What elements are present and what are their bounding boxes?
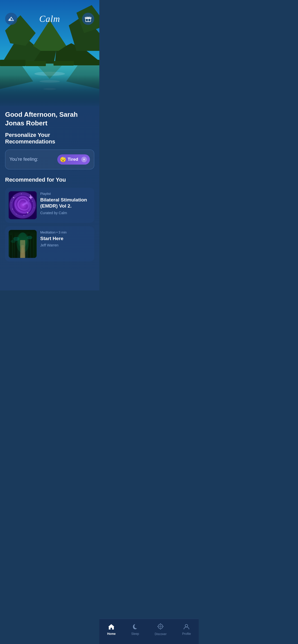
card-1-subtitle: Curated by Calm <box>40 211 91 215</box>
feeling-selector[interactable]: You're feeling: 😴 Tired × <box>5 150 94 169</box>
svg-point-51 <box>27 236 32 239</box>
landscape-button[interactable] <box>5 13 17 25</box>
svg-point-29 <box>13 197 14 198</box>
gift-button[interactable] <box>82 13 94 25</box>
feeling-badge[interactable]: 😴 Tired × <box>57 154 90 165</box>
svg-point-35 <box>21 193 22 194</box>
svg-point-34 <box>16 214 17 214</box>
svg-marker-49 <box>21 248 24 258</box>
hero-image: Calm <box>0 0 99 107</box>
card-1-info: Playlist Bilateral Stimulation (EMDR) Vo… <box>40 191 91 215</box>
svg-point-30 <box>30 195 31 195</box>
recommended-title: Recommended for You <box>5 177 94 183</box>
feeling-close-button[interactable]: × <box>81 157 87 162</box>
header: Calm <box>0 0 99 27</box>
svg-point-33 <box>27 212 28 213</box>
recommendation-card-2[interactable]: Meditation • 3 min Start Here Jeff Warre… <box>5 226 94 261</box>
svg-rect-28 <box>9 191 37 219</box>
main-content: Good Afternoon, Sarah Jonas Robert Perso… <box>0 104 99 290</box>
svg-rect-41 <box>13 232 15 258</box>
svg-point-36 <box>34 208 34 208</box>
feeling-emoji: 😴 <box>60 156 66 163</box>
feeling-value: Tired <box>68 157 78 162</box>
svg-point-32 <box>12 209 13 209</box>
recommendation-card-1[interactable]: Playlist Bilateral Stimulation (EMDR) Vo… <box>5 188 94 223</box>
svg-rect-45 <box>34 235 36 258</box>
svg-point-31 <box>32 201 32 202</box>
personalize-title: Personalize Your Recommendations <box>5 132 94 145</box>
card-1-thumbnail <box>9 191 37 219</box>
card-1-title: Bilateral Stimulation (EMDR) Vol 2. <box>40 197 91 209</box>
greeting-text: Good Afternoon, Sarah Jonas Robert <box>5 110 94 128</box>
app-logo: Calm <box>39 13 60 24</box>
card-2-type: Meditation • 3 min <box>40 230 91 234</box>
svg-point-47 <box>18 232 27 248</box>
feeling-label: You're feeling: <box>9 157 38 162</box>
svg-point-52 <box>11 240 16 243</box>
card-2-title: Start Here <box>40 236 91 242</box>
svg-marker-48 <box>20 245 25 258</box>
svg-rect-40 <box>10 235 12 258</box>
card-2-subtitle: Jeff Warren <box>40 243 91 247</box>
svg-marker-24 <box>8 18 11 21</box>
svg-point-38 <box>24 215 24 216</box>
card-2-thumbnail <box>9 230 37 258</box>
card-1-type: Playlist <box>40 192 91 196</box>
svg-point-37 <box>11 202 11 203</box>
card-2-info: Meditation • 3 min Start Here Jeff Warre… <box>40 230 91 247</box>
